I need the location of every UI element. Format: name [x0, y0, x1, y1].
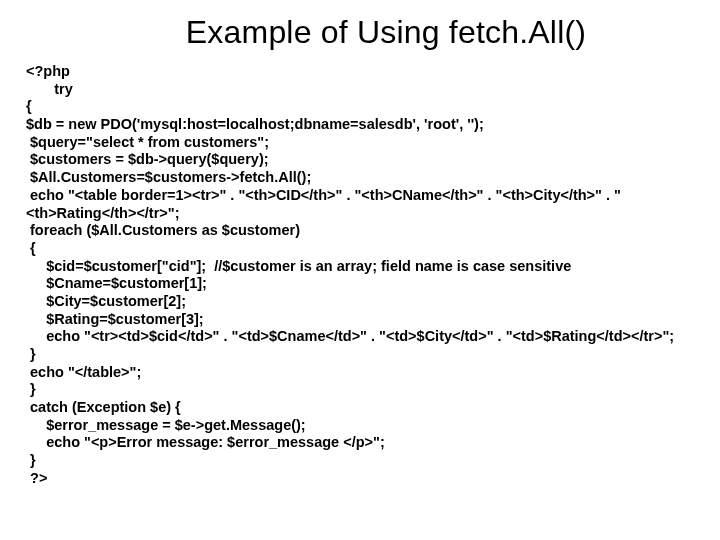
code-block: <?php try { $db = new PDO('mysql:host=lo… — [26, 63, 694, 488]
slide-title: Example of Using fetch.All() — [136, 14, 636, 51]
slide: Example of Using fetch.All() <?php try {… — [0, 0, 720, 540]
